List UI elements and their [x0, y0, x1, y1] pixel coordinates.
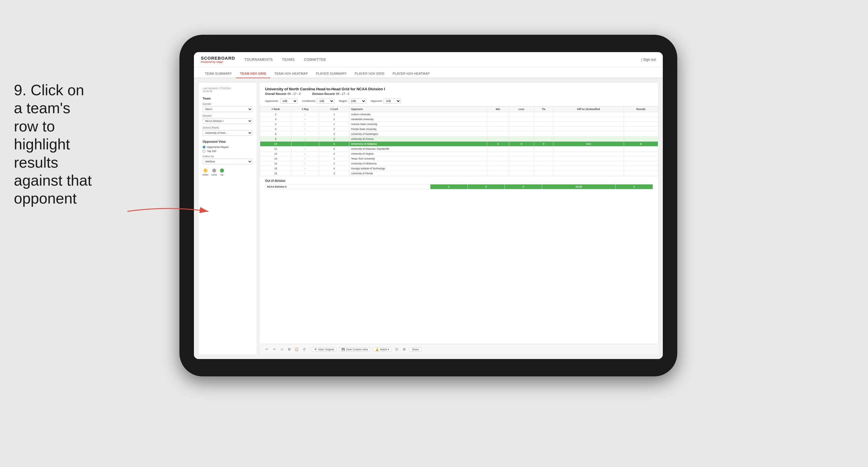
- tab-player-summary[interactable]: PLAYER SUMMARY: [312, 69, 351, 78]
- up-dot: [220, 169, 224, 173]
- level-dot: [212, 169, 216, 173]
- redo-icon[interactable]: ↪: [272, 347, 277, 352]
- out-division-diff: 26.00: [542, 184, 616, 189]
- eye-icon: 👁: [314, 348, 317, 351]
- watch-btn[interactable]: 🔔 Watch ▾: [373, 347, 392, 352]
- back-icon[interactable]: ◁: [279, 347, 284, 352]
- nav-links: TOURNAMENTS TEAMS COMMITTEE: [244, 56, 641, 63]
- undo-icon[interactable]: ↩: [264, 347, 269, 352]
- out-of-division-row[interactable]: NCAA Division II 1 0 0 26.00 3: [266, 184, 653, 189]
- school-label: School (Rank): [203, 126, 252, 129]
- school-select[interactable]: University of Nort...: [203, 130, 252, 136]
- tab-player-h2h-grid[interactable]: PLAYER H2H GRID: [351, 69, 389, 78]
- table-row[interactable]: 14-2University of Oklahoma: [260, 161, 658, 166]
- team-label: Team: [203, 97, 252, 100]
- out-division-tie: 0: [505, 184, 542, 189]
- col-conf: # Conf: [319, 107, 349, 112]
- col-diff: Diff Av Strokes/Rnd: [553, 107, 624, 112]
- table-title: University of North Carolina Head-to-Hea…: [265, 87, 653, 91]
- opponent-select[interactable]: (All): [383, 98, 401, 104]
- timestamp: Last Updated: 27/03/2024 16:55:38: [203, 87, 252, 93]
- logo-scoreboard: SCOREBOARD: [201, 56, 235, 60]
- legend-down: Down: [203, 169, 208, 176]
- save-icon: 💾: [342, 348, 345, 351]
- filter-opponents: Opponents: (All): [265, 98, 298, 104]
- col-rounds: Rounds: [624, 107, 658, 112]
- device-screen: SCOREBOARD Powered by clippi TOURNAMENTS…: [194, 52, 663, 359]
- share-btn[interactable]: Share: [409, 347, 422, 352]
- radio-group: Opponents Played Top 100: [203, 146, 252, 153]
- table-row[interactable]: 4-1Arizona State University: [260, 122, 658, 127]
- division-record: Division Record: 88 - 17 - 0: [312, 92, 349, 95]
- radio-opponents-played[interactable]: Opponents Played: [203, 146, 252, 148]
- colour-label: Colour by: [203, 155, 252, 158]
- down-dot: [204, 169, 208, 173]
- table-row[interactable]: 6-2Florida State University: [260, 127, 658, 132]
- instruction-text: 9. Click on a team's row to highlight re…: [14, 81, 95, 208]
- table-row[interactable]: 16-3University of Florida: [260, 171, 658, 176]
- filter-row: Opponents: (All) Conference (All): [265, 98, 653, 104]
- view-original-label: View: Original: [318, 348, 334, 351]
- divider-1: [309, 347, 309, 352]
- table-row[interactable]: 12-3University of Virginia: [260, 151, 658, 156]
- region-select[interactable]: (All): [349, 98, 366, 104]
- expand-icon[interactable]: ⊡: [394, 347, 399, 352]
- table-row[interactable]: 13-1Texas Tech University: [260, 156, 658, 161]
- col-reg: # Reg: [291, 107, 319, 112]
- nav-tournaments[interactable]: TOURNAMENTS: [244, 56, 273, 63]
- share-label: Share: [412, 348, 419, 351]
- conference-select[interactable]: (All): [317, 98, 334, 104]
- clock-icon[interactable]: ⏱: [302, 347, 307, 352]
- radio-top100[interactable]: Top 100: [203, 150, 252, 153]
- gender-label: Gender: [203, 103, 252, 106]
- watch-icon: 🔔: [375, 348, 379, 351]
- nav-committee[interactable]: COMMITTEE: [304, 56, 326, 63]
- tab-team-h2h-grid[interactable]: TEAM H2H GRID: [236, 69, 270, 78]
- out-of-division-section: Out of division NCAA Division II 1 0 0 2…: [260, 176, 658, 192]
- data-table: # Rank # Reg # Conf Opponent Win Loss Ti…: [260, 106, 658, 176]
- view-original-btn[interactable]: 👁 View: Original: [312, 347, 337, 352]
- legend-up: Up: [220, 169, 224, 176]
- col-win: Win: [487, 107, 509, 112]
- table-row[interactable]: 3-2Vanderbilt University: [260, 117, 658, 122]
- record-row: Overall Record: 89 - 17 - 0 Division Rec…: [265, 92, 653, 95]
- division-select[interactable]: NCAA Division I: [203, 118, 252, 124]
- gender-select[interactable]: Men's: [203, 106, 252, 112]
- division-label: Division: [203, 114, 252, 117]
- copy-icon[interactable]: ⊞: [286, 347, 292, 352]
- data-table-wrapper: # Rank # Reg # Conf Opponent Win Loss Ti…: [260, 106, 658, 344]
- nav-teams[interactable]: TEAMS: [282, 56, 294, 63]
- device-frame: SCOREBOARD Powered by clippi TOURNAMENTS…: [180, 35, 677, 376]
- opponents-select[interactable]: (All): [280, 98, 298, 104]
- out-division-win: 1: [430, 184, 467, 189]
- col-rank: # Rank: [260, 107, 291, 112]
- nav-bar: SCOREBOARD Powered by clippi TOURNAMENTS…: [194, 52, 663, 67]
- colour-select[interactable]: Win/loss: [203, 159, 252, 165]
- filter-region: Region (All): [339, 98, 366, 104]
- col-opponent: Opponent: [349, 107, 487, 112]
- tab-team-summary[interactable]: TEAM SUMMARY: [201, 69, 236, 78]
- watch-label: Watch ▾: [380, 348, 389, 351]
- sub-nav: TEAM SUMMARY TEAM H2H GRID TEAM H2H HEAT…: [194, 67, 663, 78]
- opponent-view-label: Opponent View: [203, 140, 252, 143]
- out-division-name: NCAA Division II: [266, 184, 430, 189]
- save-custom-btn[interactable]: 💾 Save Custom View: [339, 347, 370, 352]
- legend-level: Level: [211, 169, 217, 176]
- col-loss: Loss: [509, 107, 534, 112]
- tab-team-h2h-heatmap[interactable]: TEAM H2H HEATMAP: [270, 69, 312, 78]
- table-row[interactable]: 9-3University of Arizona: [260, 137, 658, 142]
- filter-conference: Conference (All): [302, 98, 335, 104]
- grid-icon[interactable]: ⊞: [402, 347, 407, 352]
- nav-sign-out[interactable]: | Sign out: [641, 58, 656, 62]
- paste-icon[interactable]: 📋: [294, 347, 299, 352]
- tab-player-h2h-heatmap[interactable]: PLAYER H2H HEATMAP: [389, 69, 434, 78]
- table-row[interactable]: 10-5University of Alabama3002.618: [260, 142, 658, 146]
- save-custom-label: Save Custom View: [346, 348, 368, 351]
- table-row[interactable]: 2-1Auburn University: [260, 112, 658, 117]
- table-row[interactable]: 15-4Georgia Institute of Technology: [260, 166, 658, 171]
- out-division-rounds: 3: [616, 184, 653, 189]
- bottom-toolbar: ↩ ↪ ◁ ⊞ 📋 ⏱ 👁 View: Original 💾 Save Cust…: [260, 344, 658, 354]
- col-tie: Tie: [534, 107, 553, 112]
- table-row[interactable]: 11-6University of Arkansas, Fayetteville: [260, 146, 658, 151]
- table-row[interactable]: 8-2University of Washington: [260, 132, 658, 137]
